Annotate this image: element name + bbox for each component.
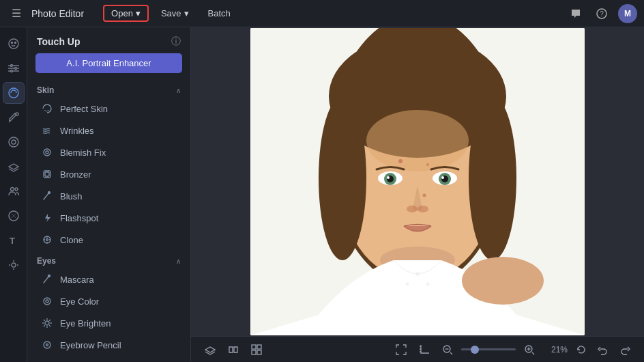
svg-rect-77 xyxy=(257,345,261,349)
sidebar-btn-geometry[interactable] xyxy=(3,254,25,276)
svg-point-56 xyxy=(469,96,516,260)
svg-point-34 xyxy=(48,275,50,277)
sidebar-btn-paint[interactable] xyxy=(3,107,25,128)
sidebar-btn-layers[interactable] xyxy=(3,156,25,178)
svg-point-23 xyxy=(44,149,50,156)
panel-info-icon[interactable]: ⓘ xyxy=(171,36,181,48)
help-button[interactable]: ? xyxy=(592,4,611,23)
zoom-out-button[interactable] xyxy=(438,340,457,359)
blush-icon xyxy=(41,190,53,202)
layers-button[interactable] xyxy=(201,340,220,359)
batch-button[interactable]: Batch xyxy=(201,5,237,21)
wrinkles-label: Wrinkles xyxy=(60,126,94,136)
menu-item-wrinkles[interactable]: Wrinkles xyxy=(27,120,190,141)
eye-color-label: Eye Color xyxy=(60,296,99,307)
svg-point-7 xyxy=(10,70,12,72)
svg-point-67 xyxy=(418,206,428,212)
menu-item-fix-redeye[interactable]: Fix Redeye xyxy=(27,356,190,362)
menu-item-blemish-fix[interactable]: Blemish Fix xyxy=(27,141,190,163)
grid-button[interactable] xyxy=(247,340,266,359)
sidebar-btn-text[interactable]: T xyxy=(3,229,25,251)
menu-item-blush[interactable]: Blush xyxy=(27,185,190,207)
svg-point-47 xyxy=(46,344,48,346)
sidebar-btn-adjust[interactable] xyxy=(3,57,25,79)
svg-point-22 xyxy=(12,263,16,267)
skin-section-header[interactable]: Skin ∧ xyxy=(27,80,190,98)
svg-point-69 xyxy=(426,163,429,166)
bottom-right-actions xyxy=(572,340,634,359)
svg-point-65 xyxy=(441,176,444,179)
svg-rect-78 xyxy=(252,350,256,354)
panel-scroll: Skin ∧ Perfect Skin Wrinkles Blemish xyxy=(27,80,190,362)
menu-item-perfect-skin[interactable]: Perfect Skin xyxy=(27,98,190,120)
redo-button[interactable] xyxy=(615,340,634,359)
compare-button[interactable] xyxy=(224,340,243,359)
bronzer-icon xyxy=(41,168,53,180)
svg-point-70 xyxy=(423,194,426,197)
menu-item-clone[interactable]: Clone xyxy=(27,229,190,251)
svg-point-3 xyxy=(11,42,12,44)
svg-line-82 xyxy=(450,352,452,354)
undo-button[interactable] xyxy=(594,340,613,359)
mascara-icon xyxy=(41,273,53,286)
topbar-right: ? M xyxy=(566,4,637,23)
svg-point-4 xyxy=(14,42,16,44)
photo-container xyxy=(250,28,585,335)
menu-item-mascara[interactable]: Mascara xyxy=(27,268,190,290)
svg-point-57 xyxy=(366,110,469,171)
sidebar-btn-people[interactable] xyxy=(3,180,25,202)
flashspot-icon xyxy=(41,212,53,224)
blush-label: Blush xyxy=(60,191,83,201)
eyebrow-pencil-label: Eyebrow Pencil xyxy=(60,340,121,350)
avatar[interactable]: M xyxy=(618,4,637,23)
menu-item-eye-color[interactable]: Eye Color xyxy=(27,290,190,312)
eyes-section-title: Eyes xyxy=(37,256,56,266)
svg-point-55 xyxy=(319,96,366,260)
menu-item-bronzer[interactable]: Bronzer xyxy=(27,163,190,185)
panel: Touch Up ⓘ A.I. Portrait Enhancer Skin ∧… xyxy=(27,27,191,362)
sidebar-btn-touchup[interactable] xyxy=(3,82,25,104)
clone-label: Clone xyxy=(60,235,83,245)
bronzer-label: Bronzer xyxy=(60,169,91,180)
svg-line-44 xyxy=(49,320,50,321)
crop-zoom-button[interactable] xyxy=(415,340,434,359)
svg-point-36 xyxy=(46,300,48,303)
open-button[interactable]: Open ▾ xyxy=(103,5,149,22)
menu-item-eyebrow-pencil[interactable]: Eyebrow Pencil xyxy=(27,334,190,356)
topbar: ☰ Photo Editor Open ▾ Save ▾ Batch ? M xyxy=(0,0,644,27)
canvas-area: 21% xyxy=(191,27,644,362)
perfect-skin-label: Perfect Skin xyxy=(60,104,108,114)
rotate-left-button[interactable] xyxy=(572,340,591,359)
main: T Touch Up ⓘ A.I. Portrait Enhancer Skin… xyxy=(0,27,644,362)
topbar-left: ☰ Photo Editor Open ▾ Save ▾ Batch xyxy=(7,4,237,23)
svg-point-75 xyxy=(462,257,544,305)
svg-point-24 xyxy=(46,151,48,154)
menu-button[interactable]: ☰ xyxy=(7,4,26,23)
menu-item-eye-brighten[interactable]: Eye Brighten xyxy=(27,312,190,334)
eye-color-icon xyxy=(41,295,53,307)
svg-point-27 xyxy=(48,192,50,194)
svg-rect-26 xyxy=(45,172,49,176)
chat-button[interactable] xyxy=(566,4,585,23)
svg-point-46 xyxy=(44,342,50,348)
ai-portrait-button[interactable]: A.I. Portrait Enhancer xyxy=(35,53,182,73)
svg-point-17 xyxy=(12,140,16,144)
zoom-controls: 21% xyxy=(392,340,568,359)
svg-point-61 xyxy=(387,176,390,179)
svg-point-6 xyxy=(14,68,16,70)
svg-point-18 xyxy=(10,188,14,191)
zoom-in-button[interactable] xyxy=(520,340,539,359)
menu-item-flashspot[interactable]: Flashspot xyxy=(27,207,190,229)
eyes-section-header[interactable]: Eyes ∧ xyxy=(27,251,190,268)
save-button[interactable]: Save ▾ xyxy=(154,5,196,21)
sidebar-btn-effects[interactable] xyxy=(3,131,25,153)
fit-button[interactable] xyxy=(392,340,411,359)
zoom-slider[interactable] xyxy=(461,348,516,350)
svg-point-16 xyxy=(9,137,18,147)
sidebar-btn-sticker[interactable] xyxy=(3,205,25,227)
blemish-fix-icon xyxy=(41,146,53,158)
flashspot-label: Flashspot xyxy=(60,213,98,223)
sidebar-btn-face[interactable] xyxy=(3,33,25,55)
svg-point-73 xyxy=(406,283,409,286)
svg-rect-76 xyxy=(252,345,256,349)
